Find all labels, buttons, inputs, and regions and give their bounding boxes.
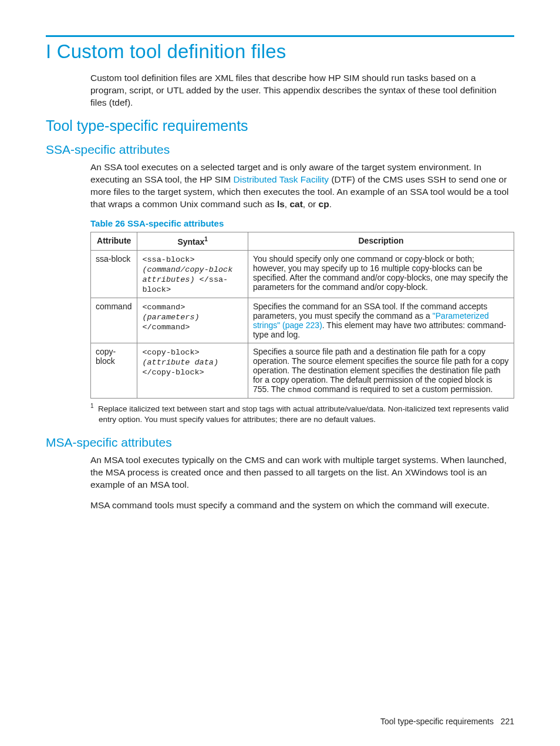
cell-syntax: <command> (parameters) </command> [137,298,248,343]
table-header-row: Attribute Syntax1 Description [91,232,514,251]
section-heading: Tool type-specific requirements [46,117,514,134]
syntax-param: (attribute data) [142,358,218,367]
footer-page: 221 [501,717,514,726]
syntax-close: </command> [142,323,190,332]
dtf-link[interactable]: Distributed Task Facility [234,174,329,184]
cell-syntax: <ssa-block> (command/copy-block attribut… [137,251,248,298]
ssa-attributes-table: Attribute Syntax1 Description ssa-block … [90,232,514,399]
cell-description: You should specify only one command or c… [248,251,514,298]
msa-heading: MSA-specific attributes [46,436,514,450]
cell-description: Specifies a source file path and a desti… [248,343,514,399]
syntax-close: </copy-block> [142,368,204,377]
top-rule [46,35,514,37]
table-row: copy-block <copy-block> (attribute data)… [91,343,514,399]
cell-attribute: copy-block [91,343,137,399]
cmd-cp: cp [319,199,329,209]
syntax-open: <command> [142,303,185,312]
syntax-open: <copy-block> [142,348,199,357]
syntax-param: (parameters) [142,313,199,322]
cell-attribute: ssa-block [91,251,137,298]
msa-paragraph-1: An MSA tool executes typically on the CM… [90,454,514,491]
th-attribute: Attribute [91,232,137,251]
footnote-marker: 1 [90,403,94,409]
syntax-open: <ssa-block> [142,255,194,264]
th-syntax: Syntax1 [137,232,248,251]
cell-attribute: command [91,298,137,343]
th-description: Description [248,232,514,251]
desc-post: command is required to set a custom perm… [311,384,492,394]
table-caption: Table 26 SSA-specific attributes [90,218,514,228]
th-syntax-label: Syntax [177,237,204,247]
desc-mono: chmod [288,386,312,394]
footnote-text: Replace italicized text between start an… [98,404,508,424]
cell-description: Specifies the command for an SSA tool. I… [248,298,514,343]
table-row: ssa-block <ssa-block> (command/copy-bloc… [91,251,514,298]
intro-paragraph: Custom tool definition files are XML fil… [90,72,514,109]
ssa-paragraph: An SSA tool executes on a selected targe… [90,161,514,211]
table-row: command <command> (parameters) </command… [91,298,514,343]
ssa-heading: SSA-specific attributes [46,143,514,157]
page-title: I Custom tool definition files [46,40,514,63]
cmd-ls: ls [277,199,285,209]
msa-paragraph-2: MSA command tools must specify a command… [90,499,514,512]
footer-text: Tool type-specific requirements [380,717,494,726]
footnote-ref: 1 [204,236,208,242]
page-footer: Tool type-specific requirements 221 [380,717,514,726]
table-footnote: 1 Replace italicized text between start … [90,402,514,425]
cmd-cat: cat [289,199,302,209]
cell-syntax: <copy-block> (attribute data) </copy-blo… [137,343,248,399]
